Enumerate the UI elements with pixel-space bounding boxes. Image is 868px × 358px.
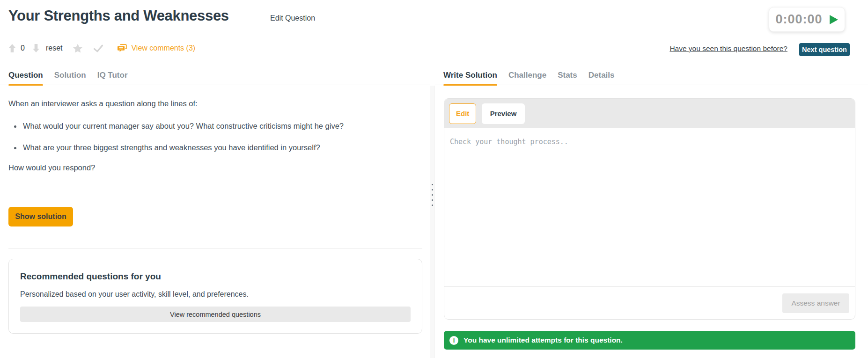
downvote-arrow-icon[interactable]	[32, 44, 40, 53]
page-title: Your Strengths and Weaknesses	[8, 7, 229, 24]
upvote-arrow-icon[interactable]	[8, 44, 16, 53]
left-tab-bar: Question Solution IQ Tutor	[0, 61, 430, 85]
recommended-title: Recommended questions for you	[20, 271, 411, 282]
tab-question[interactable]: Question	[8, 71, 43, 85]
drag-dots-icon	[430, 184, 434, 206]
question-outro: How would you respond?	[8, 163, 95, 172]
comment-bubbles-icon	[118, 44, 127, 52]
seen-before-link[interactable]: Have you seen this question before?	[669, 44, 787, 53]
show-solution-button[interactable]: Show solution	[8, 207, 73, 226]
timer[interactable]: 0:00:00	[769, 7, 845, 32]
tab-stats[interactable]: Stats	[558, 71, 577, 85]
solution-editor: Edit Preview Assess answer	[444, 98, 855, 320]
question-bullet-2: What are your three biggest strengths an…	[14, 143, 320, 152]
recommended-subtitle: Personalized based on your user activity…	[20, 290, 411, 299]
edit-mode-button[interactable]: Edit	[449, 103, 476, 124]
next-question-button[interactable]: Next question	[799, 43, 850, 56]
tab-challenge[interactable]: Challenge	[508, 71, 546, 85]
tab-details[interactable]: Details	[588, 71, 615, 85]
tab-write-solution[interactable]: Write Solution	[443, 71, 497, 85]
edit-question-link[interactable]: Edit Question	[270, 14, 315, 22]
view-comments-label: View comments (3)	[131, 44, 195, 52]
info-icon: i	[449, 336, 458, 345]
preview-mode-button[interactable]: Preview	[482, 103, 525, 124]
solution-textarea[interactable]	[444, 128, 855, 286]
attempts-banner-text: You have unlimited attempts for this que…	[463, 336, 623, 344]
bullet-dot	[14, 125, 16, 128]
view-comments-link[interactable]: View comments (3)	[118, 44, 195, 52]
timer-value: 0:00:00	[775, 12, 822, 27]
assess-answer-button[interactable]: Assess answer	[782, 293, 849, 313]
bullet-dot	[14, 147, 16, 149]
editor-toolbar: Edit Preview	[444, 99, 855, 128]
question-bullet-2-text: What are your three biggest strengths an…	[23, 143, 320, 152]
vote-count: 0	[21, 44, 25, 52]
view-recommended-button[interactable]: View recommended questions	[20, 307, 411, 322]
recommended-questions-card: Recommended questions for you Personaliz…	[8, 259, 422, 334]
question-intro: When an interviewer asks a question alon…	[8, 99, 198, 108]
attempts-banner: i You have unlimited attempts for this q…	[444, 331, 855, 350]
star-icon[interactable]	[73, 44, 83, 53]
tab-solution[interactable]: Solution	[54, 71, 86, 85]
reset-vote-link[interactable]: reset	[46, 44, 63, 52]
editor-footer: Assess answer	[444, 286, 855, 319]
question-bullet-1: What would your current manager say abou…	[14, 122, 344, 131]
tab-iq-tutor[interactable]: IQ Tutor	[97, 71, 128, 85]
right-tab-bar: Write Solution Challenge Stats Details	[435, 61, 868, 85]
vote-bar: 0 reset View comments (3)	[8, 42, 195, 54]
question-bullet-1-text: What would your current manager say abou…	[23, 122, 344, 131]
panel-resize-handle[interactable]	[430, 86, 434, 358]
check-icon[interactable]	[93, 44, 103, 52]
play-icon[interactable]	[829, 15, 839, 24]
section-divider	[8, 248, 422, 248]
